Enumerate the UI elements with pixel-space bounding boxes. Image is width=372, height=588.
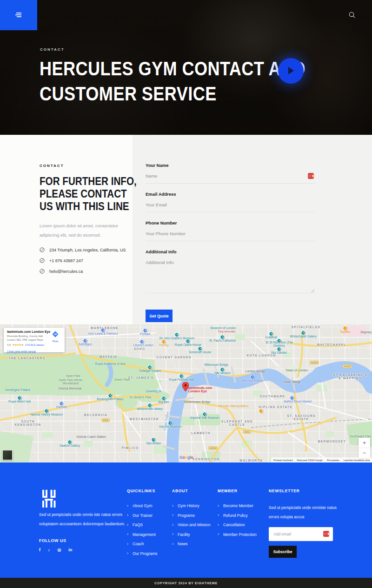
chevron-right-icon: › — [218, 523, 219, 527]
search-icon — [348, 11, 356, 19]
social-links: f ♪ ◎ in — [39, 548, 72, 552]
chevron-right-icon: › — [218, 532, 219, 536]
newsletter: NEWSLETTER Sed ut perspiciatis unde omni… — [269, 489, 339, 558]
footer-link[interactable]: ›Programs — [172, 513, 211, 518]
email-field-group: Email Address — [146, 192, 315, 212]
footer-link[interactable]: ›Refund Policy — [218, 513, 257, 518]
search-button[interactable] — [347, 10, 357, 20]
chevron-right-icon: › — [218, 513, 219, 517]
resize-handle-icon[interactable] — [311, 289, 314, 292]
contact-info: CONTACT FOR FURTHER INFO, PLEASE CONTACT… — [40, 164, 126, 279]
chevron-right-icon: › — [172, 513, 173, 517]
footer-link[interactable]: ›Cancellation — [218, 522, 257, 527]
contact-item-email: helo@hercules.ca — [40, 269, 126, 274]
circle-slash-icon — [40, 258, 45, 263]
contact-item-list: 234 Triumph, Los Angeles, California, US… — [40, 247, 126, 274]
play-icon — [288, 67, 294, 74]
newsletter-heading: NEWSLETTER — [269, 489, 339, 493]
contact-heading: FOR FURTHER INFO, PLEASE CONTACT US WITH… — [40, 175, 126, 213]
satellite-toggle-thumbnail[interactable] — [2, 450, 13, 460]
follow-us-heading: FOLLOW US — [39, 538, 66, 543]
footer-description: Sed ut perspiciatis unde omnis iste natu… — [39, 510, 134, 529]
destination-pin-icon[interactable] — [182, 382, 189, 391]
name-label: Your Name — [146, 163, 315, 168]
hero-eyebrow: CONTACT — [40, 47, 65, 52]
zoom-in-button[interactable]: + — [359, 438, 370, 448]
column-heading: ABOUT — [172, 489, 211, 493]
autofill-icon[interactable] — [323, 531, 329, 537]
chevron-right-icon: › — [127, 551, 128, 555]
contact-form: Your Name Email Address Phone Number Add… — [146, 163, 315, 322]
report-error-link[interactable]: Laporkan kesalahan peta — [344, 459, 370, 462]
page-title: HERCULES GYM CONTACT AND CUSTOMER SERVIC… — [40, 56, 356, 106]
contact-eyebrow: CONTACT — [40, 164, 126, 168]
map-zoom-control: + − — [359, 438, 370, 458]
page: CONTACT HERCULES GYM CONTACT AND CUSTOME… — [0, 0, 372, 588]
reviews-link[interactable]: 170.913 ulasan — [25, 344, 44, 346]
footer-link[interactable]: ›News — [172, 542, 211, 546]
hero-section: CONTACT HERCULES GYM CONTACT AND CUSTOME… — [0, 0, 372, 135]
map-card-rating: 4,5 ★★★★★ 170.913 ulasan — [7, 343, 61, 346]
footer-link[interactable]: ›Become Member — [218, 503, 257, 508]
footer-link[interactable]: ›Facility — [172, 532, 211, 537]
star-rating-icon: ★★★★★ — [12, 343, 23, 346]
footer-link[interactable]: ›Management — [127, 532, 157, 537]
chevron-right-icon: › — [172, 523, 173, 527]
facebook-icon[interactable]: f — [39, 548, 40, 552]
route-button[interactable]: Rute — [49, 331, 61, 343]
play-button[interactable] — [278, 58, 304, 84]
zoom-out-button[interactable]: − — [359, 448, 370, 458]
footer-link[interactable]: ›Our Trainer — [127, 513, 157, 518]
footer-link[interactable]: ›Vision and Mission — [172, 522, 211, 527]
contact-item-address: 234 Triumph, Los Angeles, California, US — [40, 247, 126, 252]
contact-description: Lorem ipsum dolor sit amet, consectetur … — [40, 221, 123, 240]
chevron-right-icon: › — [127, 523, 128, 527]
tiktok-icon[interactable]: ♪ — [48, 548, 50, 552]
column-heading: MEMBER — [218, 489, 257, 493]
footer-link[interactable]: ›Coach — [127, 542, 157, 546]
map-section[interactable]: MARYLEBONESPITALFIELDSSOHOMAYFAIRCOVENT … — [0, 324, 372, 462]
linkedin-icon[interactable]: in — [68, 548, 72, 552]
additional-info-textarea[interactable] — [146, 256, 315, 293]
chevron-right-icon: › — [172, 532, 173, 536]
map-attribution: Pintasan keyboard Data peta ©2024 Google… — [271, 457, 372, 462]
email-label: Email Address — [146, 192, 315, 197]
footer-link[interactable]: ›Gym History — [172, 503, 211, 508]
autofill-icon[interactable] — [308, 173, 314, 179]
name-field-group: Your Name — [146, 163, 315, 184]
map-info-card: lastminute.com London Eye Riverside Buil… — [4, 328, 65, 352]
larger-map-link[interactable]: Lihat peta lebih besar — [7, 350, 36, 353]
footer-link[interactable]: ›FaQS — [127, 522, 157, 527]
terms-link[interactable]: Persyaratan — [327, 459, 339, 462]
get-quote-button[interactable]: Get Quote — [146, 310, 173, 322]
keyboard-shortcuts-link[interactable]: Pintasan keyboard — [273, 459, 292, 462]
email-input[interactable] — [146, 198, 315, 212]
copyright-bar: COPYRIGHT 2024 BY EIGHTHEME — [0, 578, 372, 588]
footer: Sed ut perspiciatis unde omnis iste natu… — [0, 462, 372, 578]
copyright-text: COPYRIGHT 2024 BY EIGHTHEME — [154, 581, 218, 585]
map-card-address: Riverside Building, County Hall, London … — [7, 334, 50, 342]
footer-link[interactable]: ›About Gym — [127, 503, 157, 508]
column-heading: QUICKLINKS — [127, 489, 157, 493]
menu-button[interactable] — [0, 0, 37, 30]
chevron-right-icon: › — [172, 542, 173, 546]
name-input[interactable] — [146, 170, 315, 184]
chevron-right-icon: › — [127, 532, 128, 536]
chevron-right-icon: › — [172, 504, 173, 508]
chevron-right-icon: › — [127, 504, 128, 508]
directions-icon — [52, 331, 59, 337]
hamburger-icon — [15, 13, 22, 17]
phone-label: Phone Number — [146, 220, 315, 225]
footer-column-quicklinks: QUICKLINKS ›About Gym ›Our Trainer ›FaQS… — [127, 489, 157, 561]
info-field-group: Additional Info — [146, 249, 315, 295]
footer-link[interactable]: ›Member Protection — [218, 532, 257, 537]
footer-column-about: ABOUT ›Gym History ›Programs ›Vision and… — [172, 489, 211, 551]
hercules-logo — [39, 489, 59, 509]
phone-input[interactable] — [146, 227, 315, 241]
info-label: Additional Info — [146, 249, 315, 254]
footer-link[interactable]: ›Our Programs — [127, 551, 157, 556]
instagram-icon[interactable]: ◎ — [58, 548, 61, 552]
subscribe-button[interactable]: Subscribe — [269, 546, 297, 558]
phone-field-group: Phone Number — [146, 220, 315, 241]
contact-section: CONTACT FOR FURTHER INFO, PLEASE CONTACT… — [0, 135, 372, 324]
